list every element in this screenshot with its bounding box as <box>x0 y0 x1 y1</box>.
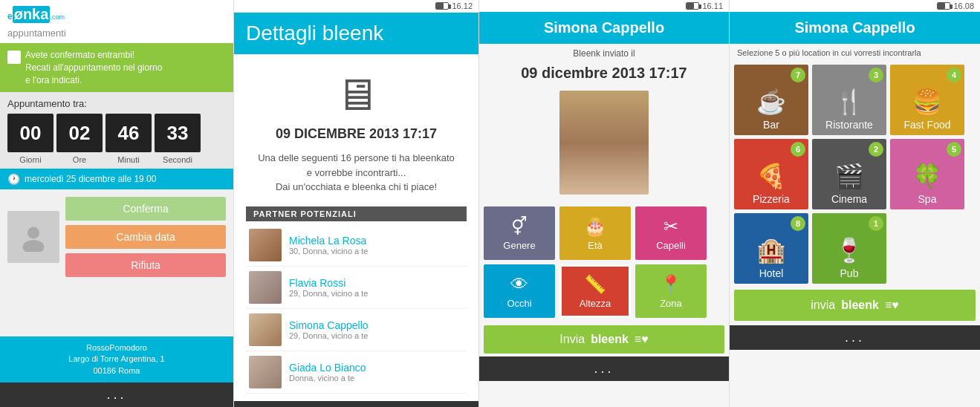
desc1: Una delle seguenti 16 persone ti ha blee… <box>258 152 455 163</box>
partner-name-3: Giada Lo Bianco <box>289 362 366 374</box>
panel-appuntamenti: e ønka .com appuntamenti Avete confermat… <box>0 0 234 407</box>
panel3-date: 09 dicembre 2013 17:17 <box>479 63 729 88</box>
battery-icon <box>686 2 699 10</box>
location-address: Largo di Torre Argentina, 1 <box>7 354 226 365</box>
filter-tile-eta[interactable]: 🎂 Età <box>559 206 631 260</box>
partner-avatar-0 <box>249 229 282 261</box>
heart-icon: ≡♥ <box>635 333 649 346</box>
filter-tile-zona[interactable]: 📍 Zona <box>635 264 707 318</box>
invia-label: Invia <box>559 333 585 346</box>
battery-status: 16.11 <box>686 1 723 10</box>
pizzeria-badge: 6 <box>791 142 805 157</box>
panel2-description: Una delle seguenti 16 persone ti ha blee… <box>258 151 455 195</box>
logo: e ønka .com <box>7 6 65 23</box>
capelli-icon: ✂ <box>663 216 678 237</box>
panel1-footer: ... <box>0 382 233 407</box>
capelli-label: Capelli <box>656 240 686 251</box>
panel4-subtitle: Selezione 5 o più location in cui vorres… <box>730 44 980 62</box>
list-item[interactable]: Simona Cappello 29, Donna, vicino a te <box>246 309 467 351</box>
location-grid: 7 ☕ Bar 3 🍴 Ristorante 4 🍔 Fast Food 6 🍕… <box>730 62 980 287</box>
user-avatar <box>7 211 59 263</box>
banner-icon <box>7 51 21 64</box>
partner-info-2: Simona Cappello 29, Donna, vicino a te <box>289 319 369 340</box>
altezza-icon: 📏 <box>584 274 606 295</box>
filter-tile-occhi[interactable]: 👁 Occhi <box>484 264 555 318</box>
hotel-badge: 8 <box>791 216 805 231</box>
partner-name-2: Simona Cappello <box>289 319 369 331</box>
bar-badge: 7 <box>791 68 805 82</box>
cinema-icon: 🎬 <box>834 162 864 190</box>
partner-header: PARTNER POTENZIALI <box>246 206 467 221</box>
label-ore: Ore <box>56 155 103 164</box>
panel4-title: Simona Cappello <box>794 19 915 36</box>
appt-label: Appuntamento tra: <box>7 98 226 109</box>
occhi-label: Occhi <box>507 298 531 309</box>
panel3-statusbar: 16.11 <box>479 0 729 12</box>
label-giorni: Giorni <box>7 155 53 164</box>
panel2-content: 🖥 09 DICEMBRE 2013 17:17 Una delle segue… <box>234 54 478 401</box>
panel4-footer: ... <box>730 325 980 350</box>
countdown-minuti: 46 <box>106 114 152 152</box>
partner-info-0: Michela La Rosa 30, Donna, vicino a te <box>289 235 368 255</box>
desc2: e vorrebbe incontrarti... <box>307 167 406 178</box>
partner-info-3: Giada Lo Bianco Donna, vicino a te <box>289 362 366 382</box>
ristorante-label: Ristorante <box>825 119 873 131</box>
banner-text: Avete confermato entrambi! Recati all'ap… <box>25 49 162 86</box>
label-secondi: Secondi <box>155 155 201 164</box>
invia-bleenk-button[interactable]: Invia bleenk ≡♥ <box>484 325 724 354</box>
countdown-giorni: 00 <box>7 114 53 152</box>
partner-info-1: Flavia Rossi 29, Donna, vicino a te <box>289 277 368 298</box>
location-hotel-tile[interactable]: 8 🏨 Hotel <box>734 213 808 284</box>
list-item[interactable]: Michela La Rosa 30, Donna, vicino a te <box>246 224 467 267</box>
altezza-label: Altezza <box>580 298 611 309</box>
location-name: RossoPomodoro <box>7 342 226 354</box>
location-spa-tile[interactable]: 5 🍀 Spa <box>890 139 964 209</box>
location-bar-tile[interactable]: 7 ☕ Bar <box>734 65 808 135</box>
partner-avatar-1 <box>249 271 282 304</box>
filter-tile-capelli[interactable]: ✂ Capelli <box>635 206 707 260</box>
photo-inner <box>559 91 649 195</box>
battery-icon <box>435 2 449 10</box>
ristorante-badge: 3 <box>869 68 883 82</box>
action-buttons: Conferma Cambia data Rifiuta <box>0 189 233 336</box>
location-pizzeria-tile[interactable]: 6 🍕 Pizzeria <box>734 139 808 209</box>
panel-filters: 16.11 Simona Cappello Bleenk inviato il … <box>479 0 730 407</box>
location-ristorante-tile[interactable]: 3 🍴 Ristorante <box>812 65 886 135</box>
status-time: 16.08 <box>953 1 974 10</box>
panel1-subtitle: appuntamenti <box>0 26 233 43</box>
list-item[interactable]: Giada Lo Bianco Donna, vicino a te <box>246 351 467 394</box>
clock-icon: 🕐 <box>7 173 20 185</box>
label-minuti: Minuti <box>106 155 152 164</box>
change-date-button[interactable]: Cambia data <box>65 225 226 249</box>
filter-tile-genere[interactable]: ⚥ Genere <box>484 206 555 260</box>
partner-name-1: Flavia Rossi <box>289 277 368 289</box>
footer-dots: ... <box>594 361 614 376</box>
genere-icon: ⚥ <box>511 216 528 237</box>
countdown-row: 00 02 46 33 <box>7 114 226 152</box>
location-fastfood-tile[interactable]: 4 🍔 Fast Food <box>890 65 964 135</box>
list-item[interactable]: Flavia Rossi 29, Donna, vicino a te <box>246 267 467 309</box>
cinema-badge: 2 <box>869 142 883 157</box>
panel4-invia-button[interactable]: invia bleenk ≡♥ <box>734 290 976 321</box>
partner-avatar-2 <box>249 313 282 346</box>
pub-icon: 🍷 <box>834 236 864 264</box>
reject-button[interactable]: Rifiuta <box>65 253 226 277</box>
occhi-icon: 👁 <box>510 274 528 295</box>
location-cinema-tile[interactable]: 2 🎬 Cinema <box>812 139 886 209</box>
zona-icon: 📍 <box>660 274 682 295</box>
datetime-text: mercoledì 25 dicembre alle 19.00 <box>25 174 156 184</box>
location-pub-tile[interactable]: 1 🍷 Pub <box>812 213 886 284</box>
panel2-footer: ... <box>234 401 478 408</box>
filter-tile-altezza[interactable]: 📏 Altezza <box>559 264 631 318</box>
panel2-header: Dettagli bleenk <box>234 13 478 54</box>
location-bar: RossoPomodoro Largo di Torre Argentina, … <box>0 336 233 382</box>
battery-icon <box>937 2 950 10</box>
invia-label: invia <box>811 299 835 312</box>
partner-desc-0: 30, Donna, vicino a te <box>289 247 368 255</box>
battery-status: 16.12 <box>435 1 473 10</box>
status-time: 16.12 <box>452 1 473 10</box>
fastfood-badge: 4 <box>947 68 961 82</box>
confirm-button[interactable]: Conferma <box>65 197 226 221</box>
zona-label: Zona <box>660 298 682 309</box>
pub-label: Pub <box>840 267 859 279</box>
